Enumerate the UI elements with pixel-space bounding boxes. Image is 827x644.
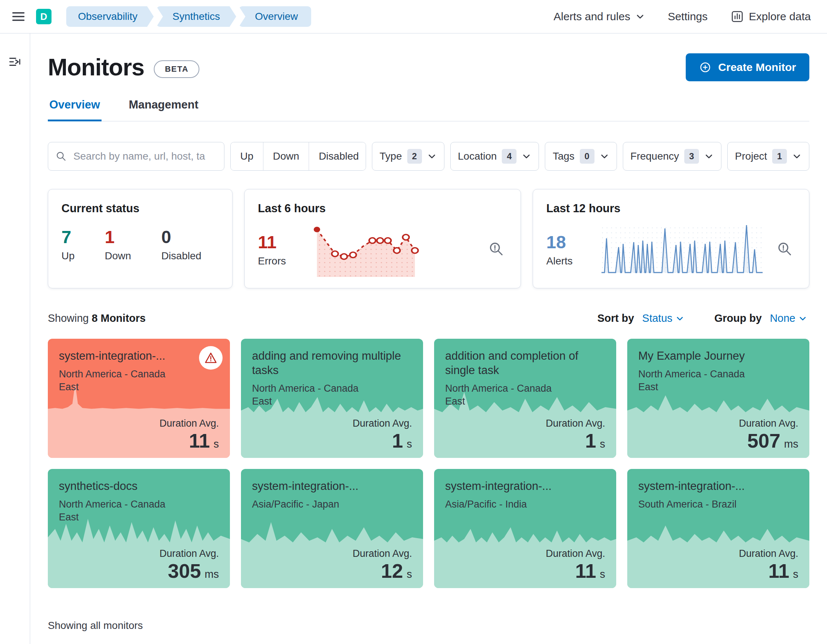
monitor-card[interactable]: system-integration-... North America - C… [48,339,230,458]
monitor-name: synthetics-docs [59,479,219,494]
chevron-down-icon [792,151,802,161]
errors-chart [313,222,474,277]
tab-overview[interactable]: Overview [48,98,101,121]
monitor-card[interactable]: system-integration-... South America - B… [627,469,809,588]
settings-label: Settings [668,10,707,23]
group-by-select[interactable]: None [768,312,809,325]
monitor-card[interactable]: addition and completion of single task N… [434,339,616,458]
duration-unit: s [407,438,412,450]
alerts-stat: 18 Alerts [546,232,590,267]
status-filter-up-button[interactable]: Up [231,142,264,170]
duration-unit: s [407,568,412,580]
tab-management[interactable]: Management [127,98,200,121]
monitor-card[interactable]: system-integration-... Asia/Pacific - In… [434,469,616,588]
filter-type-count: 2 [407,149,422,164]
inspect-errors-button[interactable] [485,238,507,261]
chevron-down-icon [704,151,714,161]
explore-data-label: Explore data [749,10,811,23]
status-filter-group: Up Down Disabled [230,142,366,171]
up-count: 7 [61,227,75,247]
duration-value: 1 [585,430,596,452]
filter-tags-count: 0 [580,149,595,164]
filter-project-dropdown[interactable]: Project 1 [727,142,809,171]
alerts-and-rules-menu[interactable]: Alerts and rules [554,10,645,23]
filter-location-label: Location [458,150,497,162]
monitor-location: Asia/Pacific - India [445,498,572,511]
create-monitor-button[interactable]: Create Monitor [686,53,809,81]
status-down-stat: 1 Down [105,227,131,262]
errors-count: 11 [258,232,302,252]
breadcrumb-observability[interactable]: Observability [66,6,154,27]
alerts-count: 18 [546,232,590,252]
filter-bar: Up Down Disabled Type 2 Location 4 Tags … [48,142,809,171]
chevron-down-icon [635,12,645,21]
monitor-name: My Example Journey [638,349,798,363]
monitor-name: adding and removing multiple tasks [252,349,412,378]
monitor-grid: system-integration-... North America - C… [48,339,809,588]
monitor-card[interactable]: adding and removing multiple tasks North… [241,339,423,458]
filter-location-count: 4 [502,149,516,164]
showing-monitors-text: Showing 8 Monitors [48,312,146,324]
last-12-hours-title: Last 12 hours [546,202,796,215]
duration-unit: s [600,568,605,580]
hamburger-icon [11,9,26,24]
up-label: Up [61,250,75,262]
chevron-down-icon [600,151,609,161]
duration-unit: s [600,438,605,450]
expand-sidebar-button[interactable] [6,53,24,72]
monitor-location: North America - Canada East [252,382,379,408]
alerts-label: Alerts [546,255,590,267]
filter-frequency-label: Frequency [630,150,679,162]
group-by-label: Group by [715,312,762,324]
filter-location-dropdown[interactable]: Location 4 [450,142,539,171]
duration-label: Duration Avg. [159,548,219,560]
breadcrumb: Observability Synthetics Overview [66,6,311,27]
duration-value: 11 [768,560,789,582]
tab-bar: Overview Management [48,98,809,122]
breadcrumb-overview[interactable]: Overview [239,6,311,27]
monitor-card[interactable]: synthetics-docs North America - Canada E… [48,469,230,588]
alerts-chart [601,222,763,277]
monitor-name: system-integration-... [252,479,412,494]
duration-value: 1 [392,430,403,452]
chevron-down-icon [798,314,807,323]
status-filter-down-button[interactable]: Down [264,142,309,170]
duration-label: Duration Avg. [353,418,412,429]
monitor-card[interactable]: My Example Journey North America - Canad… [627,339,809,458]
sort-by-select[interactable]: Status [640,312,687,325]
search-box [48,142,225,171]
down-count: 1 [105,227,131,247]
filter-frequency-dropdown[interactable]: Frequency 3 [623,142,721,171]
duration-label: Duration Avg. [739,418,798,429]
filter-type-dropdown[interactable]: Type 2 [372,142,445,171]
menu-icon[interactable] [9,7,28,26]
deployment-badge[interactable]: D [36,9,51,24]
duration-label: Duration Avg. [739,548,798,560]
breadcrumb-synthetics[interactable]: Synthetics [156,6,236,27]
inspect-alerts-button[interactable] [774,238,796,261]
filter-tags-dropdown[interactable]: Tags 0 [545,142,616,171]
duration-label: Duration Avg. [546,418,605,429]
duration-value: 11 [189,430,210,452]
magnifier-icon [488,241,504,257]
status-up-stat: 7 Up [61,227,75,262]
monitor-location: Asia/Pacific - Japan [252,498,379,511]
search-input[interactable] [72,150,217,162]
last-6-hours-card: Last 6 hours 11 Errors [244,189,521,288]
monitor-card[interactable]: system-integration-... Asia/Pacific - Ja… [241,469,423,588]
search-icon [56,150,67,162]
explore-data-link[interactable]: Explore data [730,10,811,23]
settings-link[interactable]: Settings [668,10,707,23]
status-filter-disabled-button[interactable]: Disabled [309,142,366,170]
filter-type-label: Type [380,150,402,162]
showing-all-monitors-text: Showing all monitors [48,620,809,632]
monitor-count: 8 Monitors [92,312,146,324]
top-navigation-bar: D Observability Synthetics Overview Aler… [0,0,827,33]
monitor-location: South America - Brazil [638,498,765,511]
alerts-and-rules-label: Alerts and rules [554,10,630,23]
collapsed-sidebar [0,33,30,644]
duration-value: 12 [381,560,403,582]
monitor-alert-badge [199,346,223,370]
monitor-location: North America - Canada East [59,368,186,393]
current-status-title: Current status [61,202,219,215]
